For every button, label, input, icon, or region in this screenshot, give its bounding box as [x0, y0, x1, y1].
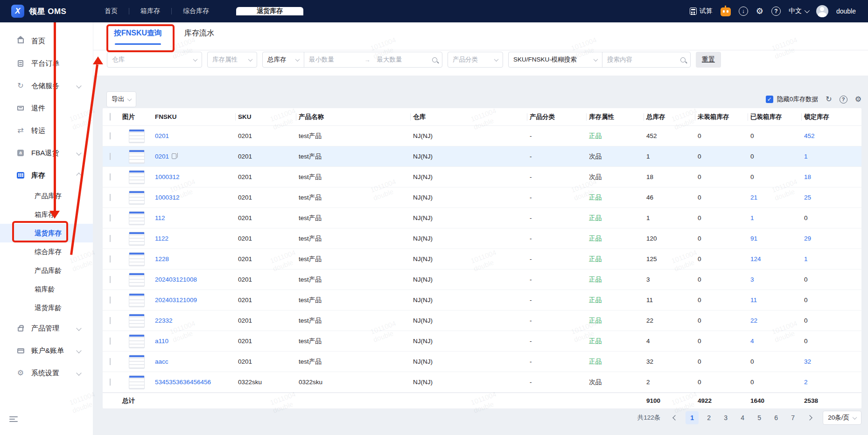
tab-fnsku-query[interactable]: 按FNSKU查询 [114, 28, 162, 45]
sidebar-subitem-product-age[interactable]: 产品库龄 [0, 261, 93, 280]
page-button-7[interactable]: 7 [786, 411, 799, 424]
page-button-2[interactable]: 2 [702, 411, 715, 424]
sidebar-item-home[interactable]: 首页 [0, 30, 93, 52]
boxed-link[interactable]: 4 [750, 338, 754, 345]
sidebar-subitem-return-age[interactable]: 退货库龄 [0, 298, 93, 317]
page-button-4[interactable]: 4 [736, 411, 749, 424]
sidebar-item-product-management[interactable]: 产品管理 [0, 317, 93, 339]
row-checkbox[interactable] [110, 379, 111, 386]
min-quantity-input[interactable]: 最小数量 [309, 55, 364, 64]
max-quantity-input[interactable]: 最大数量 [371, 55, 433, 64]
boxed-link[interactable]: 21 [750, 194, 757, 201]
page-button-5[interactable]: 5 [753, 411, 766, 424]
boxed-link[interactable]: 3 [750, 276, 754, 283]
language-switcher[interactable]: 中文 [789, 7, 808, 15]
sidebar-item-returns[interactable]: 退件 [0, 97, 93, 119]
product-thumbnail[interactable] [129, 293, 145, 307]
fnsku-link[interactable]: 22332 [155, 317, 173, 324]
sidebar-item-fba-returns[interactable]: aFBA退货 [0, 142, 93, 164]
boxed-link[interactable]: 91 [750, 235, 757, 242]
sidebar-item-inventory[interactable]: 库存 [0, 164, 93, 186]
quantity-type-select[interactable]: 总库存 [263, 52, 304, 67]
search-input[interactable]: 搜索内容 [607, 55, 680, 64]
row-checkbox[interactable] [110, 338, 111, 345]
sidebar-item-account-billing[interactable]: 账户&账单 [0, 339, 93, 362]
search-icon[interactable] [680, 57, 686, 62]
product-category-select[interactable]: 产品分类 [448, 52, 503, 68]
fnsku-link[interactable]: a110 [155, 338, 168, 345]
warehouse-select[interactable]: 仓库 [107, 52, 202, 68]
row-checkbox[interactable] [110, 235, 111, 242]
reset-button[interactable]: 重置 [696, 52, 721, 68]
product-thumbnail[interactable] [129, 314, 145, 328]
fnsku-link[interactable]: aacc [155, 358, 168, 365]
locked-link[interactable]: 32 [804, 358, 811, 365]
export-button[interactable]: 导出 [106, 91, 136, 107]
locked-link[interactable]: 1 [804, 153, 808, 160]
product-thumbnail[interactable] [129, 334, 145, 348]
sidebar-subitem-product-inventory[interactable]: 产品库存 [0, 186, 93, 205]
boxed-link[interactable]: 11 [750, 297, 757, 304]
row-checkbox[interactable] [110, 214, 111, 221]
row-checkbox[interactable] [110, 132, 111, 139]
product-thumbnail[interactable] [129, 191, 145, 205]
nav-item-combined-inventory[interactable]: 综合库存 [172, 7, 220, 15]
download-icon[interactable]: ↓ [739, 7, 748, 16]
row-checkbox[interactable] [110, 276, 111, 283]
sidebar-collapse-icon[interactable] [9, 416, 18, 423]
product-thumbnail[interactable] [129, 355, 145, 369]
locked-link[interactable]: 1 [804, 255, 808, 262]
product-thumbnail[interactable] [129, 211, 145, 225]
tab-inventory-flow[interactable]: 库存流水 [184, 28, 214, 45]
product-thumbnail[interactable] [129, 375, 145, 389]
copy-icon[interactable] [172, 153, 176, 159]
select-all-checkbox[interactable] [110, 113, 111, 121]
product-thumbnail[interactable] [129, 232, 145, 246]
locked-link[interactable]: 25 [804, 194, 811, 201]
locked-link[interactable]: 2 [804, 379, 808, 386]
fnsku-link[interactable]: 202403121008 [155, 276, 197, 283]
row-checkbox[interactable] [110, 297, 111, 304]
sidebar-subitem-box-age[interactable]: 箱库龄 [0, 280, 93, 298]
help-circle-icon[interactable]: ? [840, 96, 847, 104]
boxed-link[interactable]: 22 [750, 317, 757, 324]
locked-link[interactable]: 29 [804, 235, 811, 242]
fnsku-link[interactable]: 1000312 [155, 194, 180, 201]
column-settings-icon[interactable]: ⚙ [855, 96, 861, 103]
product-thumbnail[interactable] [129, 170, 145, 184]
hide-zero-checkbox[interactable]: ✓ [766, 96, 773, 103]
fnsku-link[interactable]: 1000312 [155, 173, 180, 180]
product-thumbnail[interactable] [129, 129, 145, 143]
page-size-select[interactable]: 20条/页 [823, 411, 861, 425]
boxed-link[interactable]: 124 [750, 255, 761, 262]
sidebar-item-transfer[interactable]: ⇄转运 [0, 119, 93, 142]
fnsku-link[interactable]: 1122 [155, 235, 168, 242]
sidebar-subitem-combined-inventory[interactable]: 综合库存 [0, 242, 93, 261]
page-button-3[interactable]: 3 [719, 411, 732, 424]
nav-item-home[interactable]: 首页 [93, 7, 129, 15]
refresh-icon[interactable]: ↻ [826, 96, 832, 103]
locked-link[interactable]: 18 [804, 173, 811, 180]
product-thumbnail[interactable] [129, 273, 145, 287]
help-icon[interactable]: ? [771, 7, 781, 16]
settings-icon[interactable]: ⚙ [756, 7, 763, 16]
fnsku-link[interactable]: 0201 [155, 132, 169, 139]
search-icon[interactable] [432, 57, 437, 62]
fnsku-link[interactable]: 1228 [155, 255, 169, 262]
next-page-button[interactable] [803, 411, 816, 424]
product-thumbnail[interactable] [129, 150, 145, 164]
row-checkbox[interactable] [110, 173, 111, 180]
sidebar-item-warehouse-service[interactable]: ↻仓储服务 [0, 75, 93, 97]
nav-item-return-inventory-active[interactable]: 退货库存 [236, 7, 303, 15]
fnsku-link[interactable]: 5345353636456456 [155, 379, 211, 386]
trial-calc-button[interactable]: 试算 [690, 7, 713, 15]
page-button-1[interactable]: 1 [686, 411, 699, 424]
fnsku-link[interactable]: 112 [155, 214, 165, 221]
search-mode-select[interactable]: SKU/FNSKU-模糊搜索 [509, 52, 602, 67]
row-checkbox[interactable] [110, 153, 111, 160]
user-avatar[interactable] [816, 5, 828, 17]
sidebar-item-system-settings[interactable]: ⚙系统设置 [0, 362, 93, 384]
stock-attribute-select[interactable]: 库存属性 [207, 52, 257, 68]
sidebar-subitem-box-inventory[interactable]: 箱库存 [0, 205, 93, 224]
product-thumbnail[interactable] [129, 252, 145, 266]
